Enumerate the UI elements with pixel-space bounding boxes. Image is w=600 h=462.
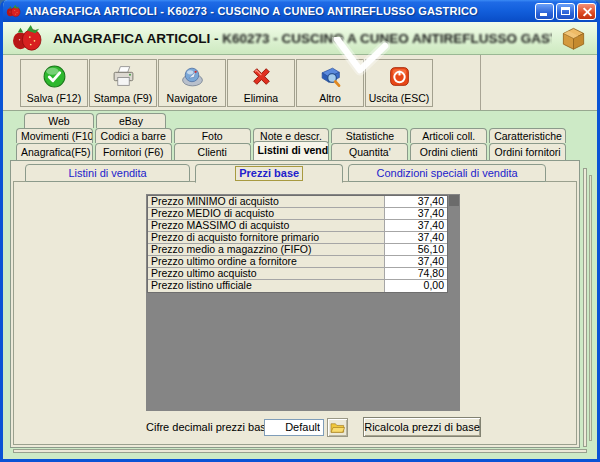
subtab-condizioni-speciali[interactable]: Condizioni speciali di vendita bbox=[348, 164, 546, 182]
price-row-label: Prezzo MASSIMO di acquisto bbox=[148, 220, 385, 231]
page-edge bbox=[589, 175, 592, 441]
page-edge bbox=[583, 168, 587, 447]
navigatore-button[interactable]: Navigatore bbox=[158, 59, 226, 107]
price-row-label: Prezzo MINIMO di acquisto bbox=[148, 196, 385, 207]
price-row-label: Prezzo ultimo acquisto bbox=[148, 268, 385, 279]
price-row-value[interactable]: 37,40 bbox=[385, 208, 447, 219]
content-panel: Listini di vendita Prezzi base Condizion… bbox=[10, 160, 580, 448]
power-icon bbox=[387, 64, 412, 89]
tab-anagrafica[interactable]: Anagrafica(F5) bbox=[16, 143, 93, 160]
table-row: Prezzo MASSIMO di acquisto 37,40 bbox=[148, 220, 447, 232]
table-row: Prezzo ultimo acquisto 74,80 bbox=[148, 268, 447, 280]
price-row-value[interactable]: 74,80 bbox=[385, 268, 447, 279]
tab-foto[interactable]: Foto bbox=[174, 128, 251, 143]
close-button[interactable] bbox=[577, 3, 596, 20]
window-title: ANAGRAFICA ARTICOLI - K60273 - CUSCINO A… bbox=[25, 5, 535, 17]
price-row-label: Prezzo listino ufficiale bbox=[148, 280, 385, 292]
stampa-button[interactable]: Stampa (F9) bbox=[89, 59, 157, 107]
table-row: Prezzo MINIMO di acquisto 37,40 bbox=[148, 196, 447, 208]
salva-button[interactable]: Salva (F12) bbox=[20, 59, 88, 107]
salva-label: Salva (F12) bbox=[27, 92, 81, 104]
elimina-label: Elimina bbox=[244, 92, 278, 104]
tab-clienti[interactable]: Clienti bbox=[174, 143, 251, 160]
table-row: Prezzo medio a magazzino (FIFO) 56,10 bbox=[148, 244, 447, 256]
elimina-button[interactable]: Elimina bbox=[227, 59, 295, 107]
toolbar: Salva (F12) Stampa (F9) bbox=[3, 55, 597, 111]
tab-statistiche[interactable]: Statistiche bbox=[331, 128, 408, 143]
price-row-value[interactable]: 37,40 bbox=[385, 232, 447, 243]
subtab-prezzi-base[interactable]: Prezzi base bbox=[195, 164, 343, 183]
page-title: ANAGRAFICA ARTICOLI - K60273 - CUSCINO A… bbox=[53, 31, 552, 46]
tab-web[interactable]: Web bbox=[24, 113, 94, 128]
tab-articoli-coll[interactable]: Articoli coll. bbox=[410, 128, 487, 143]
price-row-label: Prezzo di acquisto fornitore primario bbox=[148, 232, 385, 243]
table-row: Prezzo MEDIO di acquisto 37,40 bbox=[148, 208, 447, 220]
strawberry-icon bbox=[6, 4, 21, 18]
altro-button[interactable]: Altro bbox=[296, 59, 364, 107]
tab-fornitori[interactable]: Fornitori (F6) bbox=[95, 143, 172, 160]
prezzi-base-page: Prezzo MINIMO di acquisto 37,40 Prezzo M… bbox=[13, 181, 577, 445]
package-box-icon bbox=[560, 25, 587, 52]
tab-movimenti[interactable]: Movimenti (F10) bbox=[16, 128, 93, 143]
row-selector-square bbox=[449, 195, 459, 206]
page-edge bbox=[13, 449, 587, 453]
tab-codici-a-barre[interactable]: Codici a barre bbox=[95, 128, 172, 143]
price-row-value[interactable]: 37,40 bbox=[385, 256, 447, 267]
tab-ordini-fornitori[interactable]: Ordini fornitori bbox=[489, 143, 566, 160]
compass-icon bbox=[180, 64, 205, 89]
app-window: ANAGRAFICA ARTICOLI - K60273 - CUSCINO A… bbox=[0, 0, 600, 462]
table-row: Prezzo ultimo ordine a fornitore 37,40 bbox=[148, 256, 447, 268]
price-row-label: Prezzo medio a magazzino (FIFO) bbox=[148, 244, 385, 255]
save-check-icon bbox=[42, 64, 67, 89]
strawberry-icon bbox=[11, 24, 43, 52]
book-magnifier-icon bbox=[318, 64, 343, 89]
header: ANAGRAFICA ARTICOLI - K60273 - CUSCINO A… bbox=[3, 22, 597, 55]
price-row-value[interactable]: 56,10 bbox=[385, 244, 447, 255]
page-title-article: K60273 - CUSCINO A CUNEO ANTIREFLUSSO GA… bbox=[222, 31, 552, 46]
subtab-strip: Listini di vendita Prezzi base Condizion… bbox=[25, 164, 551, 182]
price-row-value[interactable]: 37,40 bbox=[385, 220, 447, 231]
title-bar: ANAGRAFICA ARTICOLI - K60273 - CUSCINO A… bbox=[0, 0, 600, 22]
subtab-listini-di-vendita[interactable]: Listini di vendita bbox=[25, 164, 190, 182]
table-row: Prezzo listino ufficiale 0,00 bbox=[148, 280, 447, 292]
printer-icon bbox=[111, 64, 136, 89]
tab-ebay[interactable]: eBay bbox=[96, 113, 166, 128]
price-row-label: Prezzo MEDIO di acquisto bbox=[148, 208, 385, 219]
tab-ordini-clienti[interactable]: Ordini clienti bbox=[410, 143, 487, 160]
uscita-button[interactable]: Uscita (ESC) bbox=[365, 59, 433, 107]
maximize-button[interactable] bbox=[556, 3, 575, 20]
decimals-input[interactable] bbox=[264, 419, 324, 436]
price-row-label: Prezzo ultimo ordine a fornitore bbox=[148, 256, 385, 267]
toolbar-divider bbox=[480, 55, 481, 110]
footer-controls: Cifre decimali prezzi base : Ricalcola p… bbox=[14, 416, 576, 438]
decimals-label: Cifre decimali prezzi base : bbox=[146, 421, 258, 433]
decimals-picker-button[interactable] bbox=[327, 418, 348, 437]
price-row-value[interactable]: 0,00 bbox=[385, 280, 447, 292]
tab-quantita[interactable]: Quantita' bbox=[331, 143, 408, 160]
folder-icon bbox=[330, 421, 345, 434]
ricalcola-button[interactable]: Ricalcola prezzi di base bbox=[363, 417, 481, 437]
altro-label: Altro bbox=[319, 92, 341, 104]
delete-x-icon bbox=[249, 64, 274, 89]
uscita-label: Uscita (ESC) bbox=[369, 92, 430, 104]
tab-listini-di-vendita[interactable]: Listini di vendita bbox=[253, 141, 330, 160]
stampa-label: Stampa (F9) bbox=[94, 92, 152, 104]
minimize-button[interactable] bbox=[535, 3, 554, 20]
navigatore-label: Navigatore bbox=[167, 92, 218, 104]
table-row: Prezzo di acquisto fornitore primario 37… bbox=[148, 232, 447, 244]
tab-caratteristiche[interactable]: Caratteristiche bbox=[489, 128, 566, 143]
price-table: Prezzo MINIMO di acquisto 37,40 Prezzo M… bbox=[147, 195, 448, 293]
tab-strip: Web eBay Movimenti (F10) Codici a barre … bbox=[3, 112, 597, 160]
price-row-value[interactable]: 37,40 bbox=[385, 196, 447, 207]
price-panel: Prezzo MINIMO di acquisto 37,40 Prezzo M… bbox=[146, 194, 460, 411]
